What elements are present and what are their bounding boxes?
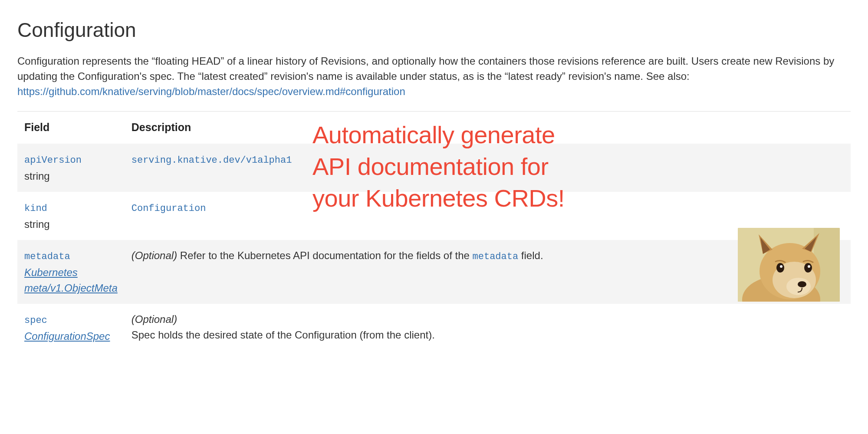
svg-point-6 <box>798 281 806 287</box>
field-name-apiversion: apiVersion <box>24 155 82 166</box>
svg-point-7 <box>776 263 784 273</box>
svg-point-9 <box>804 263 812 273</box>
page-title: Configuration <box>17 15 851 45</box>
field-type-apiversion: string <box>24 168 118 184</box>
optional-label-metadata: (Optional) <box>132 250 177 261</box>
header-field: Field <box>17 112 125 144</box>
overlay-annotation: Automatically generate API documentation… <box>312 119 565 214</box>
desc-metadata-code: metadata <box>473 251 519 262</box>
overlay-line2: API documentation for <box>312 153 549 180</box>
overlay-line3: your Kubernetes CRDs! <box>312 184 565 212</box>
desc-metadata-prefix: Refer to the Kubernetes API documentatio… <box>177 250 472 261</box>
field-value-apiversion: serving.knative.dev/v1alpha1 <box>132 155 292 166</box>
svg-point-8 <box>780 265 783 268</box>
field-type-kind: string <box>24 217 118 232</box>
field-name-spec: spec <box>24 315 47 326</box>
table-row: metadata Kubernetes meta/v1.ObjectMeta (… <box>17 240 851 304</box>
field-name-metadata: metadata <box>24 251 70 262</box>
intro-link[interactable]: https://github.com/knative/serving/blob/… <box>17 85 405 97</box>
intro-text: Configuration represents the “floating H… <box>17 55 834 82</box>
doge-image <box>738 228 840 302</box>
desc-spec: Spec holds the desired state of the Conf… <box>132 329 435 341</box>
field-type-metadata-link[interactable]: Kubernetes meta/v1.ObjectMeta <box>24 265 118 296</box>
intro-paragraph: Configuration represents the “floating H… <box>17 54 851 99</box>
svg-point-10 <box>808 265 810 268</box>
field-type-spec-link[interactable]: ConfigurationSpec <box>24 329 118 344</box>
svg-point-5 <box>786 278 811 295</box>
table-row: spec ConfigurationSpec (Optional) Spec h… <box>17 304 851 352</box>
field-name-kind: kind <box>24 203 47 214</box>
overlay-line1: Automatically generate <box>312 121 555 148</box>
field-value-kind: Configuration <box>132 203 206 214</box>
optional-label-spec: (Optional) <box>132 313 177 325</box>
desc-metadata-suffix: field. <box>518 250 543 261</box>
